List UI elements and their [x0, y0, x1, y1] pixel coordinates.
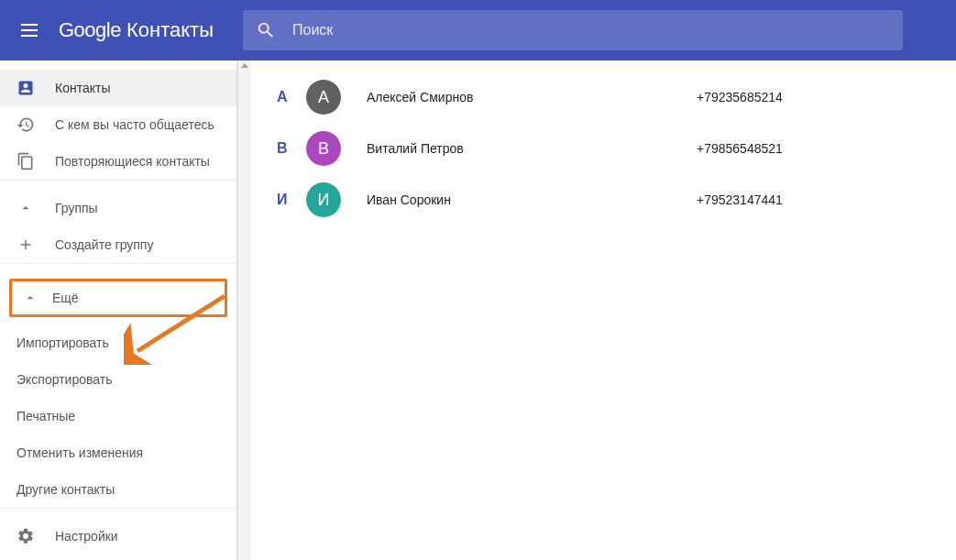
- sidebar-label-settings: Настройки: [55, 529, 118, 544]
- hamburger-menu-icon[interactable]: [18, 19, 40, 41]
- sidebar-label-create-group: Создайте группу: [55, 237, 153, 252]
- sidebar-label-duplicates: Повторяющиеся контакты: [55, 154, 210, 169]
- sidebar-item-print[interactable]: Печатные: [0, 398, 236, 434]
- gear-icon: [16, 527, 35, 545]
- sidebar-label-more: Ещё: [52, 291, 79, 305]
- history-icon: [16, 115, 35, 134]
- annotation-highlight-box: Ещё: [9, 279, 227, 317]
- sidebar-item-other-contacts[interactable]: Другие контакты: [0, 471, 236, 508]
- section-letter: А: [277, 89, 302, 105]
- sidebar-label-print: Печатные: [16, 409, 75, 423]
- sidebar-item-create-group[interactable]: Создайте группу: [0, 226, 236, 263]
- sidebar-item-contacts[interactable]: Контакты: [0, 70, 236, 106]
- sidebar-item-frequent[interactable]: С кем вы часто общаетесь: [0, 106, 236, 143]
- sidebar-item-export[interactable]: Экспортировать: [0, 361, 236, 398]
- app-logo[interactable]: Google Контакты: [59, 18, 214, 42]
- contact-phone: +79856548521: [697, 141, 783, 156]
- contact-row[interactable]: ВВВиталий Петров+79856548521: [251, 123, 956, 174]
- duplicates-icon: [16, 152, 35, 170]
- sidebar-label-frequent: С кем вы часто общаетесь: [55, 117, 214, 132]
- sidebar-label-contacts: Контакты: [55, 81, 110, 95]
- contacts-icon: [16, 79, 35, 97]
- sidebar-label-export: Экспортировать: [16, 372, 112, 387]
- contact-name: Иван Сорокин: [367, 192, 697, 207]
- sidebar-label-other: Другие контакты: [16, 482, 115, 497]
- search-icon: [256, 20, 276, 40]
- sidebar-item-undo[interactable]: Отменить изменения: [0, 434, 236, 471]
- logo-app-name: Контакты: [126, 18, 214, 42]
- contact-row[interactable]: ИИИван Сорокин+79523147441: [251, 174, 956, 225]
- contacts-list: АААлексей Смирнов+79235685214ВВВиталий П…: [251, 60, 956, 560]
- sidebar: Контакты С кем вы часто общаетесь Повтор…: [0, 60, 237, 560]
- search-input[interactable]: [292, 22, 890, 38]
- contact-name: Виталий Петров: [367, 141, 697, 156]
- sidebar-label-undo: Отменить изменения: [16, 445, 143, 460]
- sidebar-item-settings[interactable]: Настройки: [0, 518, 236, 555]
- sidebar-item-import[interactable]: Импортировать: [0, 324, 236, 361]
- section-letter: В: [277, 140, 302, 157]
- search-box[interactable]: [243, 10, 903, 50]
- chevron-up-icon: [21, 291, 39, 305]
- app-header: Google Контакты: [0, 0, 956, 60]
- sidebar-label-groups: Группы: [55, 201, 98, 215]
- sidebar-item-more[interactable]: Ещё: [12, 281, 225, 314]
- avatar: И: [306, 182, 341, 217]
- plus-icon: [16, 236, 35, 254]
- contact-row[interactable]: АААлексей Смирнов+79235685214: [251, 71, 956, 123]
- contact-phone: +79235685214: [697, 90, 783, 104]
- avatar: А: [306, 80, 341, 115]
- section-letter: И: [277, 192, 302, 208]
- chevron-up-icon: [16, 201, 35, 215]
- avatar: В: [306, 131, 341, 166]
- sidebar-scrollbar[interactable]: [237, 60, 251, 560]
- logo-google: Google: [59, 18, 121, 42]
- sidebar-item-groups[interactable]: Группы: [0, 190, 236, 226]
- sidebar-label-import: Импортировать: [16, 335, 109, 350]
- contact-name: Алексей Смирнов: [367, 90, 697, 104]
- sidebar-item-duplicates[interactable]: Повторяющиеся контакты: [0, 143, 236, 180]
- contact-phone: +79523147441: [697, 192, 783, 207]
